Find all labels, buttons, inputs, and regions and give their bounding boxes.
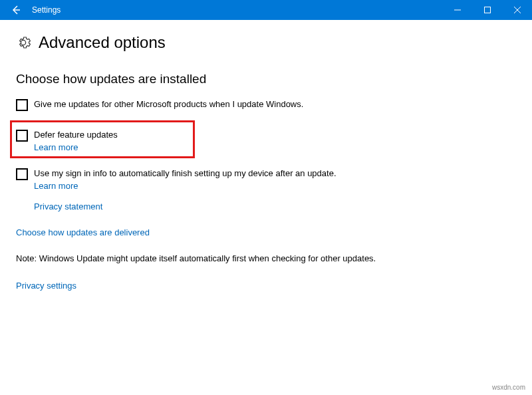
page-title: Advanced options	[39, 33, 166, 52]
window-title: Settings	[29, 5, 61, 15]
note-text: Note: Windows Update might update itself…	[16, 253, 516, 263]
label-other-products: Give me updates for other Microsoft prod…	[34, 98, 303, 110]
back-arrow-icon	[11, 5, 21, 15]
link-signin-learn-more[interactable]: Learn more	[34, 181, 336, 191]
maximize-icon	[484, 7, 491, 13]
highlight-box: Defer feature updates Learn more	[10, 120, 195, 158]
close-button[interactable]	[502, 0, 532, 20]
minimize-button[interactable]	[442, 0, 472, 20]
link-privacy-settings[interactable]: Privacy settings	[16, 281, 76, 291]
checkbox-defer[interactable]	[16, 130, 28, 142]
maximize-button[interactable]	[472, 0, 502, 20]
link-privacy-statement[interactable]: Privacy statement	[34, 201, 102, 211]
label-defer: Defer feature updates	[34, 129, 118, 141]
content-area: Advanced options Choose how updates are …	[0, 20, 532, 304]
titlebar: Settings	[0, 0, 532, 20]
section-title: Choose how updates are installed	[16, 72, 516, 86]
option-defer: Defer feature updates Learn more	[16, 129, 189, 152]
checkbox-signin[interactable]	[16, 168, 28, 180]
svg-rect-0	[484, 7, 490, 13]
checkbox-other-products[interactable]	[16, 99, 28, 111]
window-controls	[442, 0, 532, 20]
watermark: wsxdn.com	[492, 384, 525, 391]
option-other-products: Give me updates for other Microsoft prod…	[16, 98, 516, 111]
page-header: Advanced options	[16, 33, 516, 52]
minimize-icon	[454, 7, 461, 13]
link-updates-delivered[interactable]: Choose how updates are delivered	[16, 227, 516, 237]
gear-icon	[16, 35, 31, 50]
label-signin: Use my sign in info to automatically fin…	[34, 168, 336, 180]
link-defer-learn-more[interactable]: Learn more	[34, 142, 118, 152]
close-icon	[514, 7, 521, 13]
back-button[interactable]	[3, 0, 29, 20]
option-signin: Use my sign in info to automatically fin…	[16, 168, 516, 191]
